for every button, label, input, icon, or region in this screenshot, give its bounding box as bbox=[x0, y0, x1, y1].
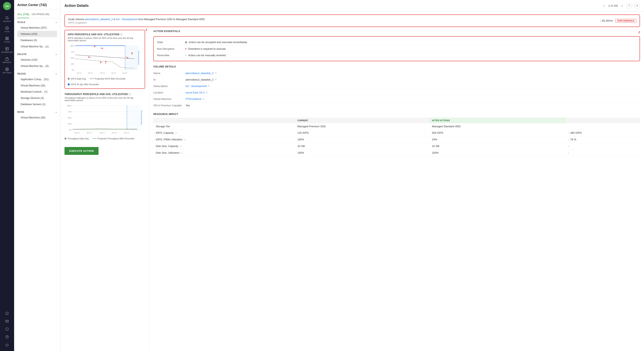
arrow-6: ↘ bbox=[125, 55, 129, 60]
svg-rect-7 bbox=[8, 39, 8, 40]
copy-id-icon[interactable]: ⧉ bbox=[215, 78, 216, 81]
svg-text:Mar 19: Mar 19 bbox=[77, 72, 82, 74]
section-delete: DELETE ⌄ Volumes (132) Virtual Machine S… bbox=[14, 50, 60, 70]
state-icon: ⚙ bbox=[185, 41, 188, 44]
help-button[interactable]: ? bbox=[626, 3, 632, 9]
impact-iops-p95-current: 100% bbox=[295, 136, 430, 143]
sidebar-item-databases[interactable]: Databases (5) bbox=[17, 37, 57, 43]
nav-plan[interactable]: PLAN bbox=[0, 24, 14, 35]
nav-bar: on SEARCH PLAN PLACE DASHBOARD REPORTS S… bbox=[0, 0, 14, 351]
sidebar-item-resize-vms[interactable]: Virtual Machines (20) bbox=[17, 82, 57, 89]
impact-storage-label: Storage Tier bbox=[153, 123, 295, 130]
essentials-reversible-value: ✓ Action can be manually reverted. bbox=[185, 54, 226, 57]
sidebar-title: Action Center (742) bbox=[14, 0, 60, 9]
detail-location-link[interactable]: azure-East US 2 bbox=[186, 91, 205, 94]
essentials-nondisruptive-row: Non-Disruptive ✗ Downtime is required to… bbox=[157, 46, 636, 52]
iops-chart-section: 3 IOPS PERCENTILE AND AVG. UTILIZATION ⓘ… bbox=[64, 30, 145, 89]
legend-dashed-green bbox=[92, 138, 96, 139]
copy-subscription-icon[interactable]: ⧉ bbox=[208, 85, 210, 87]
impact-table: CURRENT AFTER ACTIONS Storage Tier Manag… bbox=[153, 118, 640, 156]
env-link[interactable]: EA - Development bbox=[116, 18, 138, 21]
section-delete-header[interactable]: DELETE ⌄ bbox=[17, 53, 57, 55]
essentials-box: State ⚙ Action can be accepted and execu… bbox=[153, 36, 640, 61]
impact-header-delta bbox=[566, 118, 640, 123]
check-icon: ✓ bbox=[185, 54, 187, 57]
sidebar-item-app-comp[interactable]: Application Comp... (51) bbox=[17, 76, 57, 82]
svg-text:Mar 26: Mar 26 bbox=[112, 132, 117, 134]
svg-text:Mar 24: Mar 24 bbox=[100, 72, 105, 74]
svg-text:Recommended Upsize: Recommended Upsize bbox=[141, 110, 142, 125]
nav-power[interactable] bbox=[6, 341, 9, 349]
sidebar-item-volumes[interactable]: Volumes (232) bbox=[17, 31, 57, 37]
iops-chart-title: IOPS PERCENTILE AND AVG. UTILIZATION ⓘ bbox=[68, 33, 142, 36]
action-essentials-section: ACTION ESSENTIALS 2 State ⚙ Action can b… bbox=[153, 30, 640, 61]
arrow-down-icon: ↓ bbox=[568, 138, 570, 141]
svg-text:25%: 25% bbox=[71, 63, 74, 65]
detail-subscription-link[interactable]: EA - Development bbox=[186, 85, 207, 88]
impact-row-iops-p95: IOPS, P95th Utilization ⓘ 100% 24% ↓ 76 … bbox=[153, 136, 640, 143]
close-button[interactable]: ✕ bbox=[634, 3, 640, 9]
nav-settings-label: SETTINGS bbox=[2, 72, 12, 74]
nav-prev-button[interactable]: ‹ bbox=[602, 3, 606, 9]
nav-settings[interactable]: SETTINGS bbox=[0, 65, 14, 76]
copy-name-icon[interactable]: ⧉ bbox=[215, 72, 216, 74]
section-move-header[interactable]: MOVE ⌄ bbox=[17, 111, 57, 113]
nav-help[interactable] bbox=[6, 333, 9, 341]
svg-text:100%: 100% bbox=[67, 105, 72, 107]
detail-id-row: Id ptericdisks3_datadisk_2 ⧉ bbox=[153, 76, 640, 83]
tab-onprem[interactable]: ON-PREM (56) bbox=[32, 11, 49, 18]
nav-place[interactable]: PLACE bbox=[0, 35, 14, 45]
tab-all[interactable]: ALL (742) bbox=[17, 11, 29, 18]
detail-vm-link[interactable]: PTEricDisks3 bbox=[186, 97, 201, 100]
sidebar-item-vmsp[interactable]: Virtual Machine Sp... (1) bbox=[17, 43, 57, 49]
essentials-reversible-label: Reversible bbox=[157, 54, 183, 57]
disk-util-info-icon: ⓘ bbox=[181, 152, 183, 154]
nav-reports-label: REPORTS bbox=[2, 61, 11, 63]
svg-point-16 bbox=[6, 328, 8, 330]
throughput-chart-area: 100% 75% 50% 25% 0% bbox=[64, 103, 145, 136]
impact-disk-cap-delta: - bbox=[566, 143, 640, 149]
execute-action-button[interactable]: EXECUTE ACTION bbox=[64, 147, 98, 155]
app-logo[interactable]: on bbox=[3, 2, 11, 10]
svg-line-1 bbox=[8, 18, 8, 19]
sidebar-item-db-servers[interactable]: Database Servers (1) bbox=[17, 101, 57, 107]
sidebar-item-move-vms[interactable]: Virtual Machines (26) bbox=[17, 114, 57, 121]
nav-reports[interactable]: REPORTS bbox=[0, 55, 14, 65]
sidebar-item-storage[interactable]: Storage Devices (3) bbox=[17, 95, 57, 101]
impact-iops-cap-current: 120 IOPS bbox=[295, 129, 430, 136]
section-resize: RESIZE ⌄ Application Comp... (51) Virtua… bbox=[14, 70, 60, 108]
nav-info[interactable] bbox=[6, 310, 9, 318]
nav-next-button[interactable]: › bbox=[620, 3, 624, 9]
svg-text:75%: 75% bbox=[71, 51, 74, 53]
detail-name-link[interactable]: ptericdisks3_datadisk_2 bbox=[186, 72, 214, 75]
section-move: MOVE ⌄ Virtual Machines (26) bbox=[14, 108, 60, 121]
volume-details-title: VOLUME DETAILS bbox=[153, 65, 640, 68]
action-summary: Scale Volume ptericdisks3_datadisk_2 in … bbox=[64, 14, 640, 27]
cross-icon: ✗ bbox=[185, 47, 187, 50]
impact-disk-cap-current: 32 GB bbox=[295, 143, 430, 149]
sidebar: Action Center (742) ALL (742) ON-PREM (5… bbox=[14, 0, 60, 351]
nav-search[interactable]: SEARCH bbox=[0, 14, 14, 24]
impact-disk-cap-label: Disk Size, Capacity ⓘ bbox=[153, 143, 295, 149]
action-summary-text: Scale Volume ptericdisks3_datadisk_2 in … bbox=[68, 17, 205, 21]
impact-disk-util-delta: - bbox=[566, 149, 640, 156]
iops-cap-info-icon: ⓘ bbox=[175, 132, 177, 134]
sidebar-item-del-vmsp[interactable]: Virtual Machine Sp... (3) bbox=[17, 63, 57, 69]
essentials-state-row: State ⚙ Action can be accepted and execu… bbox=[157, 39, 636, 46]
sidebar-item-workload[interactable]: Workload Controll... (7) bbox=[17, 89, 57, 95]
details-title: Action Details bbox=[64, 4, 89, 8]
copy-location-icon[interactable]: ⧉ bbox=[206, 91, 208, 94]
nav-mail[interactable] bbox=[6, 318, 9, 326]
sidebar-item-del-volumes[interactable]: Volumes (132) bbox=[17, 57, 57, 63]
copy-vm-icon[interactable]: ⧉ bbox=[202, 97, 204, 100]
section-scale-header[interactable]: SCALE ⌄ bbox=[17, 21, 57, 23]
sidebar-item-vms[interactable]: Virtual Machines (257) bbox=[17, 24, 57, 31]
callout-6: 6 bbox=[132, 52, 133, 55]
section-resize-header[interactable]: RESIZE ⌄ bbox=[17, 72, 57, 75]
nav-dashboard[interactable]: DASHBOARD bbox=[0, 45, 14, 55]
details-header: Action Details ‹ 2 of 159 › ? ✕ bbox=[60, 0, 644, 12]
svg-text:Mar 21: Mar 21 bbox=[88, 72, 93, 74]
impact-iops-cap-after: 500 IOPS bbox=[430, 129, 566, 136]
nav-google[interactable] bbox=[6, 326, 9, 333]
volume-link[interactable]: ptericdisks3_datadisk_2 bbox=[85, 18, 113, 21]
